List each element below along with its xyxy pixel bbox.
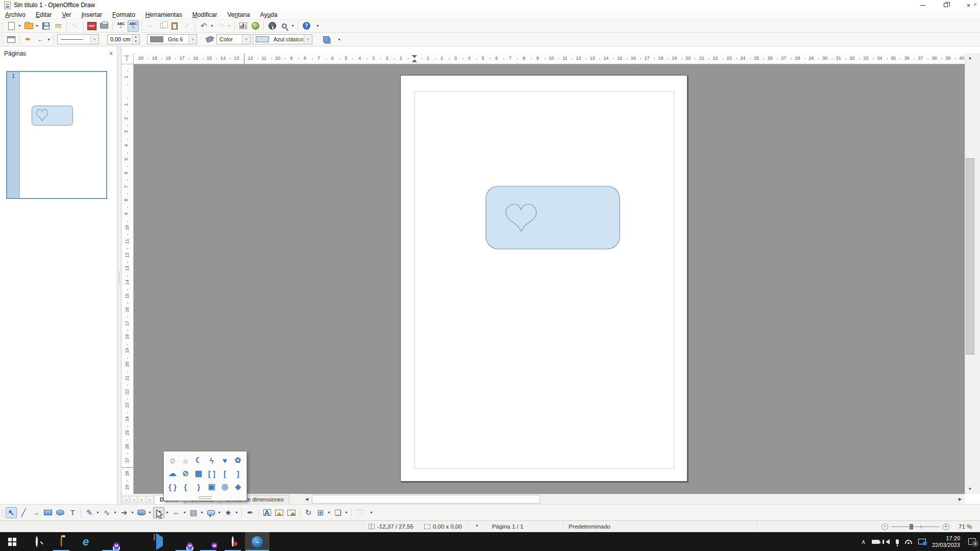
open-dropdown[interactable]: ▾: [35, 23, 39, 28]
navigator-button[interactable]: [266, 20, 278, 32]
toolbar-grip[interactable]: [1, 508, 4, 517]
symbol-shapes-tool-dropdown[interactable]: ▾: [165, 510, 169, 515]
arrange-button[interactable]: ❏: [332, 507, 344, 518]
fontwork-button[interactable]: A: [261, 507, 273, 518]
autospellcheck-button[interactable]: ABC∿: [128, 20, 139, 32]
gallery-tool-button[interactable]: [286, 507, 297, 518]
help-button[interactable]: ?: [301, 20, 312, 32]
prohibited-shape-icon[interactable]: ⊘: [179, 467, 192, 480]
smiley-shape-icon[interactable]: ☺: [166, 454, 179, 467]
chrome-profile-taskbar-button[interactable]: M: [172, 532, 196, 551]
drawing-toolbar-overflow[interactable]: ▾: [369, 510, 374, 515]
education-app-taskbar-button[interactable]: M: [196, 532, 220, 551]
firefox-taskbar-button[interactable]: [122, 532, 147, 551]
curve-tool-button[interactable]: ✎: [84, 507, 95, 518]
cast-icon[interactable]: [918, 539, 926, 544]
flowchart-tool-dropdown[interactable]: ▾: [200, 510, 204, 515]
zoom-slider-thumb[interactable]: [910, 524, 913, 530]
media-app-taskbar-button[interactable]: [147, 532, 172, 551]
toolbar-grip[interactable]: [1, 21, 4, 31]
spin-up-icon[interactable]: ▲: [132, 35, 139, 39]
right-bracket-shape-icon[interactable]: ]: [231, 467, 244, 480]
left-bracket-shape-icon[interactable]: [: [218, 467, 232, 480]
moon-shape-icon[interactable]: ☾: [192, 454, 205, 467]
lines-arrows-tool-button[interactable]: ➔: [118, 507, 130, 518]
page-thumbnail[interactable]: 1: [6, 71, 107, 199]
octagon-bevel-shape-icon[interactable]: ◎: [218, 480, 232, 493]
search-taskbar-button[interactable]: [24, 532, 49, 551]
line-width-value[interactable]: 0,00 cm: [108, 35, 132, 44]
flowchart-tool-button[interactable]: ▤: [188, 507, 199, 518]
rotate-button[interactable]: ↻: [303, 507, 314, 518]
paste-button[interactable]: [169, 20, 180, 32]
alignment-dropdown[interactable]: ▾: [327, 510, 331, 515]
email-button[interactable]: ✉: [53, 20, 64, 32]
status-style-field[interactable]: Predeterminado: [564, 521, 757, 532]
zoom-slider-track[interactable]: [891, 527, 940, 527]
zoom-in-icon[interactable]: +: [943, 523, 949, 530]
horizontal-scrollbar-thumb[interactable]: [312, 495, 540, 504]
panel-splitter[interactable]: [117, 46, 121, 504]
menu-insertar[interactable]: Insertar: [76, 11, 107, 19]
heart-shape-icon[interactable]: ♥: [218, 454, 232, 467]
basic-shapes-tool-button[interactable]: [136, 507, 147, 518]
zoom-button[interactable]: [279, 20, 290, 32]
toolbar-grip[interactable]: [1, 35, 4, 44]
tray-chevron-icon[interactable]: ∧: [861, 538, 866, 545]
scroll-down-icon[interactable]: ▼: [965, 484, 975, 494]
export-pdf-button[interactable]: PDF: [86, 20, 97, 32]
left-brace-shape-icon[interactable]: {: [179, 480, 192, 493]
arrow-style-button[interactable]: ←: [35, 34, 46, 45]
basic-shapes-tool-dropdown[interactable]: ▾: [148, 510, 152, 515]
undo-dropdown[interactable]: ▾: [210, 23, 214, 28]
arrow-line-tool-button[interactable]: →: [30, 507, 41, 518]
standard-toolbar-overflow[interactable]: ▾: [315, 23, 320, 28]
ellipse-tool-button[interactable]: [55, 507, 66, 518]
drawing-canvas[interactable]: [134, 64, 965, 494]
chevron-down-icon[interactable]: ˅: [188, 35, 197, 44]
status-page-field[interactable]: Página 1 / 1: [487, 521, 564, 532]
minimize-button[interactable]: [911, 0, 934, 10]
stars-tool-button[interactable]: ★: [223, 507, 234, 518]
new-document-dropdown[interactable]: ▾: [17, 23, 22, 28]
chevron-down-icon[interactable]: ˅: [242, 35, 250, 44]
internet-explorer-taskbar-button[interactable]: e: [74, 532, 98, 551]
save-button[interactable]: [40, 20, 52, 32]
double-brace-shape-icon[interactable]: { }: [166, 480, 179, 493]
line-tool-button[interactable]: ╱: [18, 507, 29, 518]
menu-herramientas[interactable]: Herramientas: [140, 11, 187, 19]
openoffice-taskbar-button[interactable]: ⌣: [245, 532, 270, 551]
open-button[interactable]: [23, 20, 34, 32]
area-dialog-button[interactable]: [204, 34, 215, 45]
sun-shape-icon[interactable]: ☼: [179, 454, 192, 467]
battery-icon[interactable]: [872, 540, 879, 544]
popup-drag-handle[interactable]: [199, 496, 212, 499]
square-bevel-shape-icon[interactable]: ▣: [205, 480, 218, 493]
chart-button[interactable]: [237, 20, 249, 32]
menu-editar[interactable]: Editar: [31, 11, 57, 19]
gallery-button[interactable]: [250, 20, 261, 32]
select-tool-button[interactable]: ↖: [6, 507, 17, 518]
menu-modificar[interactable]: Modificar: [187, 11, 223, 19]
callouts-tool-dropdown[interactable]: ▾: [217, 510, 222, 515]
fill-color-combo[interactable]: Azul clásico ˅: [253, 34, 312, 44]
print-button[interactable]: [99, 20, 110, 32]
scroll-right-icon[interactable]: ▶: [955, 495, 965, 504]
arrow-style-dropdown[interactable]: ▾: [46, 37, 51, 42]
vertical-scrollbar-thumb[interactable]: [966, 158, 974, 355]
arrange-dropdown[interactable]: ▾: [344, 510, 349, 515]
menu-ayuda[interactable]: Ayuda: [255, 11, 283, 19]
vertical-ruler[interactable]: 1123456789101112131415161718192021222324…: [121, 64, 134, 494]
zoom-dropdown[interactable]: ▾: [290, 23, 295, 28]
line-style-combo[interactable]: ˅: [57, 34, 99, 44]
status-zoom-field[interactable]: 71 %: [953, 521, 980, 532]
alignment-button[interactable]: ⊞: [315, 507, 326, 518]
microphone-icon[interactable]: [896, 539, 899, 544]
scroll-up-icon[interactable]: ▲: [965, 53, 975, 63]
wifi-icon[interactable]: [905, 540, 912, 544]
spin-down-icon[interactable]: ▼: [132, 39, 139, 44]
chevron-down-icon[interactable]: ˅: [90, 35, 99, 44]
styles-window-button[interactable]: [6, 34, 17, 45]
speaker-icon[interactable]: [886, 539, 890, 544]
taskbar-clock[interactable]: 17:20 22/03/2023: [932, 535, 960, 548]
